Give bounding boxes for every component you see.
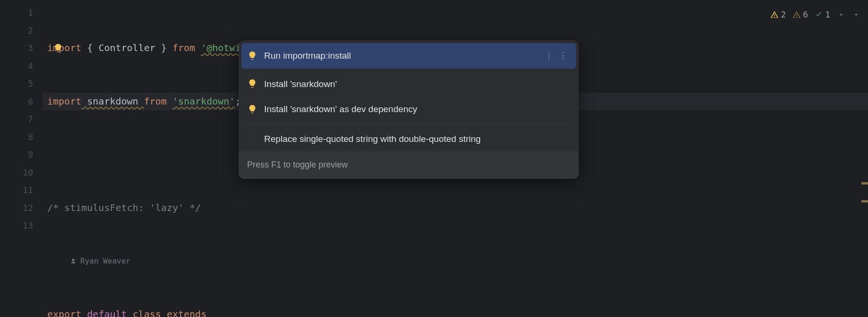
inspection-status: 2 6 1 <box>770 6 860 24</box>
chevron-up-icon[interactable] <box>837 10 845 19</box>
ok-count[interactable]: 1 <box>815 6 830 24</box>
keyword: class <box>133 308 161 317</box>
line-number: 9 <box>0 146 33 164</box>
check-icon <box>815 10 823 19</box>
line-number: 12 <box>0 199 33 217</box>
line-number: 7 <box>0 110 33 128</box>
popup-footer: Press F1 to toggle preview <box>239 151 579 179</box>
line-number: 4 <box>0 57 33 75</box>
scroll-mark[interactable] <box>861 182 868 185</box>
chevron-down-icon[interactable] <box>852 10 860 19</box>
intention-popup: Run importmap:install | ⋮ Install 'snark… <box>239 40 579 179</box>
intention-bulb[interactable] <box>53 42 63 60</box>
code-line: export default class extends <box>47 306 868 317</box>
popup-item-run-importmap[interactable]: Run importmap:install | ⋮ <box>241 43 576 69</box>
bulb-icon <box>53 43 63 53</box>
keyword: extends <box>167 308 206 317</box>
line-number: 8 <box>0 128 33 146</box>
warning-count: 6 <box>803 6 808 24</box>
code-line: /* stimulusFetch: 'lazy' */ <box>47 199 868 217</box>
keyword: from <box>172 42 195 53</box>
keyword: default <box>87 308 127 317</box>
author-name: Ryan Weaver <box>80 252 130 270</box>
scroll-marker-strip[interactable] <box>861 0 868 317</box>
ok-number: 1 <box>825 6 830 24</box>
line-number: 5 <box>0 75 33 93</box>
popup-item-label: Install 'snarkdown' <box>264 75 337 93</box>
popup-item-install[interactable]: Install 'snarkdown' <box>239 71 579 97</box>
line-number: 3 <box>0 39 33 57</box>
popup-item-label: Run importmap:install <box>264 47 351 65</box>
line-gutter: 1 2 3 4 5 6 7 8 9 10 11 12 13 <box>0 0 47 317</box>
keyword: import <box>47 42 81 53</box>
warnings-strong[interactable]: 2 <box>770 6 786 24</box>
bulb-icon <box>247 51 258 61</box>
keyword: from <box>144 96 167 107</box>
popup-item-install-dev[interactable]: Install 'snarkdown' as dev dependency <box>239 97 579 122</box>
user-icon <box>70 258 77 264</box>
author-annotation: Ryan Weaver <box>47 252 868 270</box>
popup-item-replace-quotes[interactable]: Replace single-quoted string with double… <box>239 126 579 152</box>
line-number: 1 <box>0 4 33 22</box>
bulb-icon <box>247 104 258 114</box>
line-number: 6 <box>0 93 33 111</box>
bulb-icon <box>247 79 258 89</box>
warning-count: 2 <box>781 6 786 24</box>
scroll-mark[interactable] <box>861 200 868 203</box>
identifier: Controller <box>98 42 155 53</box>
line-number: 2 <box>0 22 33 40</box>
popup-divider <box>244 124 573 124</box>
warnings-weak[interactable]: 6 <box>792 6 808 24</box>
popup-footer-text: Press F1 to toggle preview <box>247 160 348 169</box>
popup-item-label: Replace single-quoted string with double… <box>264 130 481 148</box>
comment: /* stimulusFetch: 'lazy' */ <box>47 202 201 213</box>
line-number: 10 <box>0 164 33 182</box>
popup-item-label: Install 'snarkdown' as dev dependency <box>264 100 417 118</box>
more-icon[interactable]: ⋮ <box>557 47 570 65</box>
warning-icon <box>770 10 779 19</box>
line-number: 13 <box>0 217 33 235</box>
keyword: export <box>47 308 81 317</box>
keyword: import <box>47 96 81 107</box>
warning-weak-icon <box>792 10 801 19</box>
identifier: snarkdown <box>81 96 144 107</box>
line-number: 11 <box>0 181 33 199</box>
brace: } <box>155 42 172 53</box>
string-literal: 'snarkdown' <box>172 96 235 107</box>
brace: { <box>81 42 98 53</box>
